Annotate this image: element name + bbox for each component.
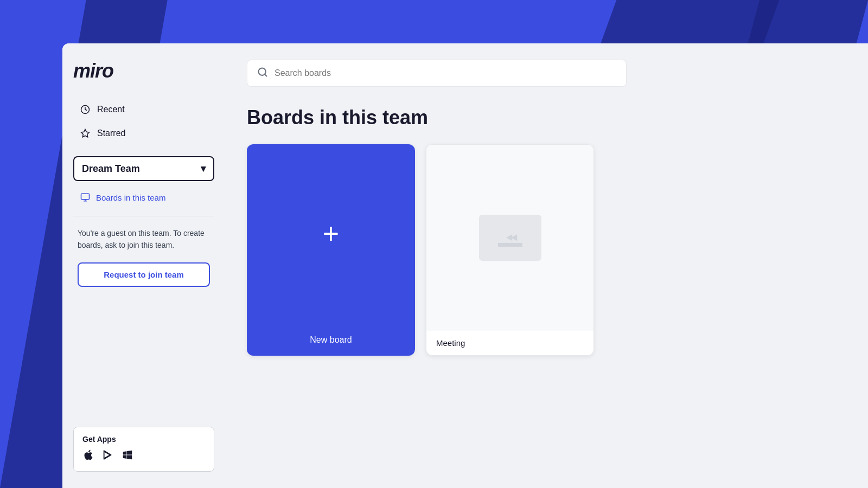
search-bar xyxy=(247,60,627,87)
search-input[interactable] xyxy=(275,68,616,78)
boards-link-label: Boards in this team xyxy=(96,193,165,202)
sidebar: miro Recent Starred Dream Team ▾ xyxy=(62,43,225,488)
boards-grid: + New board xyxy=(247,144,846,356)
card-preview xyxy=(426,145,593,331)
plus-icon: + xyxy=(323,220,339,248)
main-container: miro Recent Starred Dream Team ▾ xyxy=(62,43,868,488)
app-icons-row xyxy=(82,449,205,464)
meeting-card-label: Meeting xyxy=(436,338,465,348)
search-icon xyxy=(257,67,268,80)
new-board-label: New board xyxy=(310,335,352,345)
guest-message: You're a guest on this team. To create b… xyxy=(73,225,214,254)
windows-icon[interactable] xyxy=(122,449,133,464)
google-play-icon[interactable] xyxy=(102,449,114,464)
boards-in-team-link[interactable]: Boards in this team xyxy=(73,188,214,207)
sidebar-item-starred-label: Starred xyxy=(97,129,125,138)
page-title: Boards in this team xyxy=(247,106,846,129)
sidebar-item-recent-label: Recent xyxy=(97,105,125,114)
sidebar-divider xyxy=(73,216,214,216)
content-area: Boards in this team + New board xyxy=(225,43,868,488)
new-board-card[interactable]: + New board xyxy=(247,144,415,356)
svg-rect-2 xyxy=(81,194,90,200)
sidebar-item-recent[interactable]: Recent xyxy=(73,100,214,119)
board-preview-thumbnail xyxy=(479,215,541,261)
sidebar-item-starred[interactable]: Starred xyxy=(73,124,214,143)
svg-rect-8 xyxy=(498,243,522,247)
star-icon xyxy=(80,128,91,139)
chevron-down-icon: ▾ xyxy=(201,163,206,175)
request-join-button[interactable]: Request to join team xyxy=(78,262,210,287)
team-selector[interactable]: Dream Team ▾ xyxy=(73,156,214,181)
apple-icon[interactable] xyxy=(82,449,94,464)
meeting-card-footer: Meeting xyxy=(426,331,593,355)
team-selector-label: Dream Team xyxy=(82,163,140,175)
board-icon xyxy=(80,192,91,203)
clock-icon xyxy=(80,104,91,115)
svg-line-6 xyxy=(265,74,267,76)
get-apps-title: Get Apps xyxy=(82,435,205,444)
logo: miro xyxy=(73,60,214,82)
svg-marker-1 xyxy=(81,130,90,137)
get-apps-box: Get Apps xyxy=(73,427,214,472)
meeting-board-card[interactable]: Meeting xyxy=(426,144,594,356)
